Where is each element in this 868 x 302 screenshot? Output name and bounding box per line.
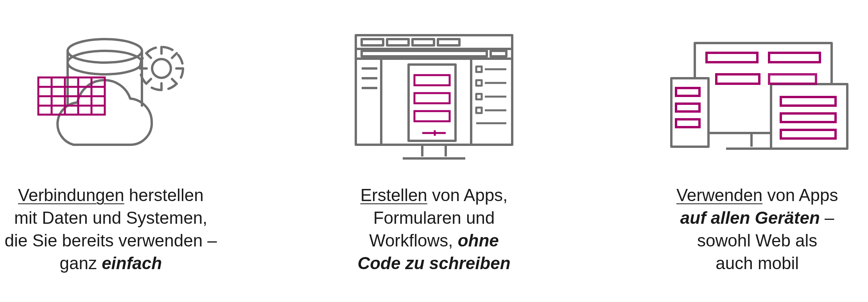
svg-point-2 xyxy=(152,59,171,78)
svg-rect-16 xyxy=(387,39,409,45)
svg-rect-19 xyxy=(362,51,487,56)
svg-rect-37 xyxy=(414,75,450,85)
svg-rect-38 xyxy=(414,93,450,103)
svg-rect-46 xyxy=(707,53,757,62)
feature-create: Erstellen von Apps, Formularen und Workf… xyxy=(323,23,545,275)
lead-word: Erstellen xyxy=(360,185,427,205)
data-cloud-gear-icon xyxy=(27,23,195,172)
feature-row: Verbindungen herstellen mit Daten und Sy… xyxy=(0,0,868,275)
app-designer-icon xyxy=(344,23,524,172)
feature-use: Verwenden von Apps auf allen Geräten – s… xyxy=(646,23,868,275)
svg-rect-48 xyxy=(716,74,759,84)
svg-rect-18 xyxy=(438,39,459,45)
lead-word: Verbindungen xyxy=(18,185,124,205)
svg-rect-47 xyxy=(769,53,820,62)
svg-rect-49 xyxy=(769,74,816,84)
feature-create-caption: Erstellen von Apps, Formularen und Workf… xyxy=(357,184,510,275)
svg-rect-32 xyxy=(476,108,482,113)
svg-rect-26 xyxy=(476,67,482,72)
multi-device-icon xyxy=(660,23,855,172)
svg-rect-39 xyxy=(414,111,450,121)
svg-rect-17 xyxy=(412,39,434,45)
svg-rect-20 xyxy=(491,51,506,56)
lead-word: Verwenden xyxy=(676,185,762,205)
svg-rect-15 xyxy=(362,39,383,45)
feature-connect-caption: Verbindungen herstellen mit Daten und Sy… xyxy=(5,184,217,275)
svg-rect-30 xyxy=(476,94,482,99)
feature-connect: Verbindungen herstellen mit Daten und Sy… xyxy=(0,23,222,275)
feature-use-caption: Verwenden von Apps auf allen Geräten – s… xyxy=(676,184,838,275)
svg-rect-28 xyxy=(476,80,482,86)
